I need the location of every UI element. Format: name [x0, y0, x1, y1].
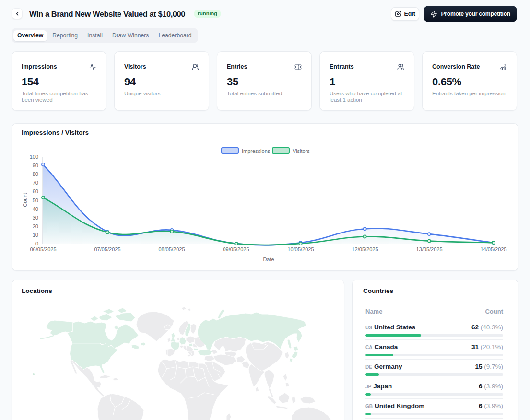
svg-text:13/05/2025: 13/05/2025	[416, 246, 442, 252]
svg-text:20: 20	[33, 223, 38, 229]
svg-text:12/05/2025: 12/05/2025	[352, 246, 378, 252]
svg-text:10/05/2025: 10/05/2025	[287, 246, 314, 252]
svg-text:0: 0	[35, 241, 38, 246]
svg-text:Count: Count	[22, 193, 28, 207]
svg-text:70: 70	[33, 180, 38, 186]
svg-text:50: 50	[33, 198, 38, 203]
svg-text:80: 80	[33, 171, 38, 177]
svg-text:30: 30	[33, 215, 38, 221]
svg-text:Visitors: Visitors	[293, 148, 310, 154]
svg-text:40: 40	[33, 206, 38, 212]
svg-text:07/05/2025: 07/05/2025	[94, 246, 120, 252]
svg-text:100: 100	[30, 154, 38, 160]
svg-text:90: 90	[33, 163, 38, 168]
svg-text:06/05/2025: 06/05/2025	[30, 246, 56, 252]
svg-text:Date: Date	[263, 257, 274, 262]
svg-text:Impressions: Impressions	[242, 148, 271, 154]
svg-text:10: 10	[33, 232, 38, 238]
svg-text:08/05/2025: 08/05/2025	[158, 246, 185, 252]
svg-text:14/05/2025: 14/05/2025	[480, 246, 506, 252]
svg-text:09/05/2025: 09/05/2025	[223, 246, 249, 252]
svg-text:60: 60	[33, 188, 38, 194]
